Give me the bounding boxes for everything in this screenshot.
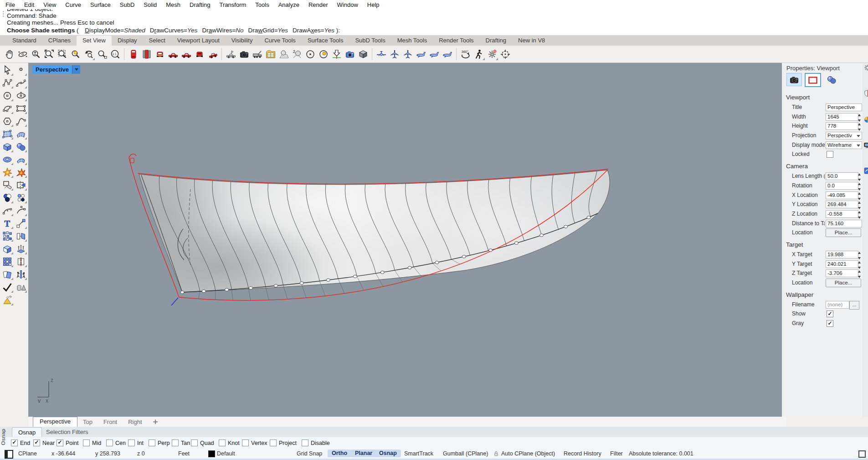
value-spinner[interactable] [857, 201, 862, 210]
zoom-1-to-1-icon[interactable] [108, 47, 122, 61]
torus-icon[interactable] [1, 153, 14, 165]
place-camera-icon[interactable] [330, 47, 343, 61]
rotate-view-icon[interactable] [16, 47, 29, 61]
adjust-end-bulge-icon[interactable] [15, 204, 27, 217]
osnap-toggle-cen[interactable]: Cen [106, 439, 126, 446]
property-value-field[interactable]: 19.988 [826, 251, 858, 258]
toolbar-tab-new-in-v8[interactable]: New in V8 [512, 36, 551, 46]
spinner-up-icon[interactable] [858, 270, 861, 273]
toolbar-tab-viewport-layout[interactable]: Viewport Layout [171, 36, 226, 46]
status-gumball-cplane-[interactable]: Gumball (CPlane) [443, 449, 488, 459]
menu-mesh[interactable]: Mesh [161, 0, 185, 9]
airplane-right-view-icon[interactable] [427, 47, 441, 61]
property-value-field[interactable]: -3.706 [826, 269, 858, 277]
solid-primitives-icon[interactable] [15, 281, 27, 293]
toolbar-tab-subd-tools[interactable]: SubD Tools [349, 36, 391, 46]
viewport-tab-front[interactable]: Front [98, 418, 123, 427]
viewport-title-label[interactable]: Perspective [32, 65, 72, 74]
status-smarttrack[interactable]: SmartTrack [404, 449, 433, 459]
perspective-viewport[interactable]: Perspective yxz [28, 63, 782, 417]
select-color-icon[interactable] [15, 191, 27, 204]
osnap-toggle-mid[interactable]: Mid [83, 439, 101, 446]
spinner-up-icon[interactable] [858, 173, 861, 176]
osnap-checkbox[interactable] [106, 439, 113, 446]
camera-settings-icon[interactable] [237, 47, 251, 61]
circle-icon[interactable] [1, 89, 14, 102]
zoom-dynamic-icon[interactable] [29, 47, 42, 61]
menu-render[interactable]: Render [304, 0, 333, 9]
help-tab-icon[interactable] [863, 167, 868, 175]
rectangle-icon[interactable] [15, 102, 27, 114]
osnap-checkbox[interactable]: ✓ [33, 439, 40, 446]
osnap-toggle-disable[interactable]: Disable [302, 439, 330, 446]
menu-tools[interactable]: Tools [251, 0, 273, 9]
toolbar-tab-render-tools[interactable]: Render Tools [433, 36, 479, 46]
osnap-checkbox[interactable] [128, 439, 135, 446]
camera-properties-icon[interactable] [786, 73, 802, 86]
set-view-rear-icon[interactable] [193, 47, 206, 61]
extrude-surface-icon[interactable] [15, 243, 27, 255]
ellipse-icon[interactable] [15, 89, 27, 102]
osnap-toggle-near[interactable]: ✓Near [33, 439, 55, 446]
camera-target-point-icon[interactable] [303, 47, 317, 61]
viewport-tab-top[interactable]: Top [77, 418, 98, 427]
spinner-down-icon[interactable] [858, 188, 861, 191]
status-feet[interactable]: Feet [178, 449, 190, 459]
two-point-perspective-icon[interactable] [290, 47, 303, 61]
box-icon[interactable] [1, 140, 14, 153]
orient-on-surface-icon[interactable] [15, 268, 27, 280]
spinner-up-icon[interactable] [858, 202, 861, 204]
spinner-up-icon[interactable] [858, 183, 861, 185]
spray-paint-icon[interactable] [1, 294, 14, 306]
command-prompt[interactable]: Choose Shade settings ( DisplayMode=Shad… [7, 27, 868, 35]
status-record-history[interactable]: Record History [564, 449, 601, 459]
set-camera-target-icon[interactable] [498, 47, 512, 61]
value-spinner[interactable] [857, 191, 862, 201]
value-spinner[interactable] [857, 182, 862, 191]
orient-icon[interactable] [15, 230, 27, 242]
zoom-window-icon[interactable] [42, 47, 56, 61]
spinner-down-icon[interactable] [858, 129, 861, 131]
explode-icon[interactable] [15, 166, 27, 178]
named-views-icon[interactable] [356, 47, 370, 61]
viewport-tab-add[interactable]: ✛ [148, 418, 164, 427]
toolbar-tab-standard[interactable]: Standard [6, 36, 42, 46]
property-value-field[interactable]: 50.0 [826, 172, 858, 180]
tab-selection-filters[interactable]: Selection Filters [40, 427, 94, 437]
osnap-toggle-int[interactable]: Int [128, 439, 144, 446]
prompt-option-drawaxes[interactable]: DrawAxes=Yes [293, 27, 334, 34]
zoom-extents-icon[interactable] [56, 47, 69, 61]
spinner-down-icon[interactable] [858, 217, 861, 219]
view-truck-icon[interactable] [251, 47, 264, 61]
osnap-toggle-project[interactable]: Project [270, 439, 297, 446]
zoom-target-icon[interactable] [95, 47, 108, 61]
osnap-checkbox[interactable] [219, 439, 226, 446]
osnap-toggle-quad[interactable]: Quad [191, 439, 214, 446]
undo-view-icon[interactable] [82, 47, 95, 61]
osnap-checkbox[interactable]: ✓ [56, 439, 63, 446]
layers-tab-icon[interactable] [863, 116, 868, 124]
sphere-icon[interactable] [15, 140, 27, 153]
layer-swatch[interactable] [208, 450, 215, 457]
set-view-back-icon[interactable] [127, 47, 140, 61]
toolbar-tab-mesh-tools[interactable]: Mesh Tools [391, 36, 433, 46]
control-point-curve-icon[interactable] [15, 77, 27, 89]
properties-tab-icon[interactable] [863, 89, 868, 97]
arc-icon[interactable] [1, 102, 14, 114]
status-absolute-tolerance-0-001[interactable]: Absolute tolerance: 0.001 [629, 449, 693, 459]
menu-solid[interactable]: Solid [139, 0, 161, 9]
display-tab-icon[interactable] [863, 141, 868, 149]
value-spinner[interactable] [857, 260, 862, 270]
property-value-field[interactable]: Wireframe [826, 141, 862, 149]
airplane-top-view-icon[interactable] [388, 47, 401, 61]
named-view-car-icon[interactable] [224, 47, 237, 61]
walkabout-view-icon[interactable] [472, 47, 485, 61]
menu-drafting[interactable]: Drafting [185, 0, 215, 9]
prompt-option-drawcurves[interactable]: DrawCurves=Yes [150, 27, 198, 34]
spinner-up-icon[interactable] [858, 261, 861, 264]
value-spinner[interactable] [857, 210, 862, 220]
toolbar-tab-set-view[interactable]: Set View [77, 36, 112, 46]
boat-hull-model[interactable] [114, 146, 615, 310]
polyline-icon[interactable] [1, 77, 14, 89]
place-button[interactable]: Place... [826, 279, 861, 287]
